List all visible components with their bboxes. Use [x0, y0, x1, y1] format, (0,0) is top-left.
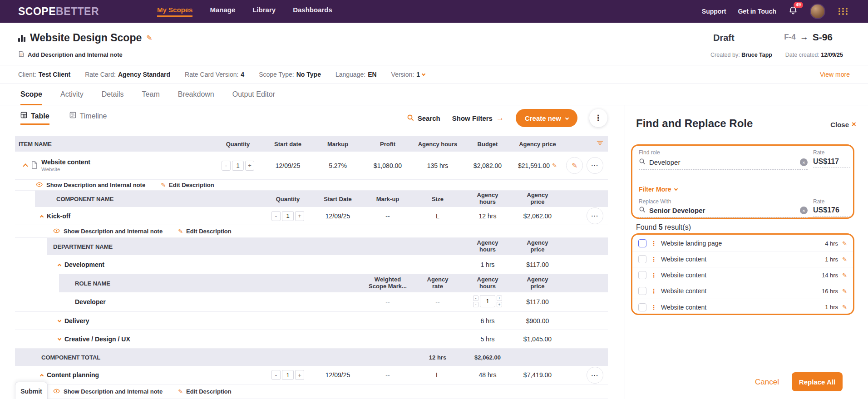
replace-with-input[interactable] [649, 207, 796, 214]
collapse-chevron-icon[interactable] [40, 212, 43, 220]
tab-output-editor[interactable]: Output Editor [232, 90, 275, 105]
table-grid-icon [20, 112, 27, 120]
edit-description-link[interactable]: ✎Edit Description [178, 388, 232, 395]
cancel-button[interactable]: Cancel [755, 378, 779, 387]
role-name[interactable]: Developer [75, 298, 106, 305]
drag-handle-icon[interactable]: ⋮ [651, 287, 657, 295]
item-name[interactable]: Website content [41, 158, 90, 167]
close-icon: × [852, 120, 856, 129]
filter-icon[interactable] [597, 140, 603, 148]
quantity-input[interactable] [232, 161, 244, 171]
start-date-cell[interactable]: 12/09/25 [263, 162, 313, 169]
department-name[interactable]: Development [64, 261, 104, 268]
collapse-chevron-icon[interactable] [58, 261, 61, 268]
edit-result-icon[interactable]: ✎ [842, 240, 847, 247]
result-checkbox[interactable] [638, 271, 646, 279]
plus-button[interactable]: + [245, 161, 254, 171]
tab-scope[interactable]: Scope [20, 90, 42, 105]
drag-handle-icon[interactable]: ⋮ [651, 304, 657, 311]
edit-result-icon[interactable]: ✎ [842, 256, 847, 263]
minus-button[interactable]: - [473, 296, 478, 301]
show-description-link[interactable]: Show Description and Internal note [46, 182, 145, 188]
user-avatar[interactable] [810, 4, 825, 19]
edit-result-icon[interactable]: ✎ [842, 288, 847, 295]
component-more-button[interactable]: ··· [587, 207, 603, 224]
find-role-input[interactable] [649, 158, 796, 166]
quantity-input[interactable] [282, 370, 294, 380]
minus-button[interactable]: - [271, 370, 281, 380]
view-toggle-table[interactable]: Table [20, 112, 49, 125]
search-button[interactable]: Search [407, 114, 440, 123]
edit-price-icon[interactable]: ✎ [552, 162, 557, 169]
meta-scope-type: Scope Type:No Type [259, 71, 321, 78]
created-by: Created by: Bruce Tapp [710, 52, 772, 58]
quantity-input[interactable] [282, 211, 294, 221]
edit-title-icon[interactable]: ✎ [146, 34, 152, 42]
result-checkbox[interactable] [638, 255, 646, 263]
apps-grid-icon[interactable] [837, 7, 849, 16]
search-icon [639, 158, 646, 167]
view-more-link[interactable]: View more [820, 71, 850, 78]
edit-result-icon[interactable]: ✎ [842, 304, 847, 310]
item-more-button[interactable]: ··· [587, 157, 603, 174]
edit-result-icon[interactable]: ✎ [842, 272, 847, 279]
tab-team[interactable]: Team [142, 90, 160, 105]
more-options-button[interactable]: ⋮ [589, 109, 607, 127]
expand-chevron-icon[interactable] [58, 317, 61, 325]
ref-to: S-96 [813, 32, 833, 43]
submit-button[interactable]: Submit [15, 382, 48, 399]
drag-handle-icon[interactable]: ⋮ [651, 271, 657, 279]
plus-button[interactable]: + [497, 296, 502, 301]
drag-handle-icon[interactable]: ⋮ [651, 256, 657, 263]
role-hours-input[interactable] [480, 295, 495, 307]
add-description-link[interactable]: Add Description and Internal note [18, 51, 123, 59]
nav-manage[interactable]: Manage [210, 6, 235, 17]
clear-icon[interactable]: × [800, 158, 808, 166]
result-checkbox[interactable] [638, 287, 646, 295]
tab-breakdown[interactable]: Breakdown [178, 90, 214, 105]
find-role-field: × [639, 158, 808, 170]
component-name[interactable]: Content planning [47, 371, 99, 379]
department-name[interactable]: Delivery [64, 317, 89, 325]
replace-all-button[interactable]: Replace All [792, 372, 843, 391]
drag-handle-icon[interactable]: ⋮ [651, 240, 657, 247]
edit-item-button[interactable]: ✎ [566, 157, 583, 174]
expand-chevron-icon[interactable] [58, 335, 61, 343]
tab-activity[interactable]: Activity [60, 90, 84, 105]
filter-more-button[interactable]: Filter More [639, 186, 677, 193]
create-new-button[interactable]: Create new [516, 109, 577, 127]
plus-button[interactable]: + [295, 211, 304, 221]
clear-icon[interactable]: × [800, 207, 808, 214]
minus-button[interactable]: - [222, 161, 231, 171]
component-more-button[interactable]: ··· [587, 367, 603, 384]
app-logo[interactable]: SCOPEBETTER [18, 5, 99, 18]
tab-details[interactable]: Details [102, 90, 124, 105]
department-name[interactable]: Creative / Design / UX [64, 335, 130, 343]
edit-description-link[interactable]: ✎Edit Description [178, 228, 232, 235]
show-description-link[interactable]: Show Description and Internal note [64, 388, 163, 395]
view-toggle-timeline[interactable]: Timeline [69, 112, 107, 125]
component-description-row: Show Description and Internal note ✎Edit… [15, 384, 608, 399]
nav-get-in-touch[interactable]: Get in Touch [738, 8, 776, 15]
plus-button[interactable]: + [295, 370, 304, 380]
date-created: Date created: 12/09/25 [785, 52, 843, 58]
component-name[interactable]: Kick-off [47, 212, 70, 220]
nav-my-scopes[interactable]: My Scopes [157, 6, 192, 17]
notifications-button[interactable]: 49 [788, 5, 798, 17]
find-role-label: Find role [639, 149, 660, 156]
nav-dashboards[interactable]: Dashboards [293, 6, 332, 17]
collapse-chevron-icon[interactable] [24, 162, 27, 169]
plus-button[interactable]: + [497, 302, 502, 307]
minus-button[interactable]: - [473, 302, 478, 307]
show-filters-button[interactable]: Show Filters → [452, 113, 504, 123]
nav-library[interactable]: Library [252, 6, 276, 17]
show-description-link[interactable]: Show Description and Internal note [64, 228, 163, 235]
meta-version-dropdown[interactable]: Version:1 [391, 71, 425, 78]
result-checkbox[interactable] [638, 303, 646, 311]
edit-description-link[interactable]: ✎Edit Description [161, 182, 214, 188]
collapse-chevron-icon[interactable] [40, 371, 43, 379]
nav-support[interactable]: Support [702, 8, 726, 15]
minus-button[interactable]: - [271, 211, 281, 221]
result-checkbox[interactable] [638, 239, 646, 247]
close-panel-button[interactable]: Close × [830, 120, 856, 129]
